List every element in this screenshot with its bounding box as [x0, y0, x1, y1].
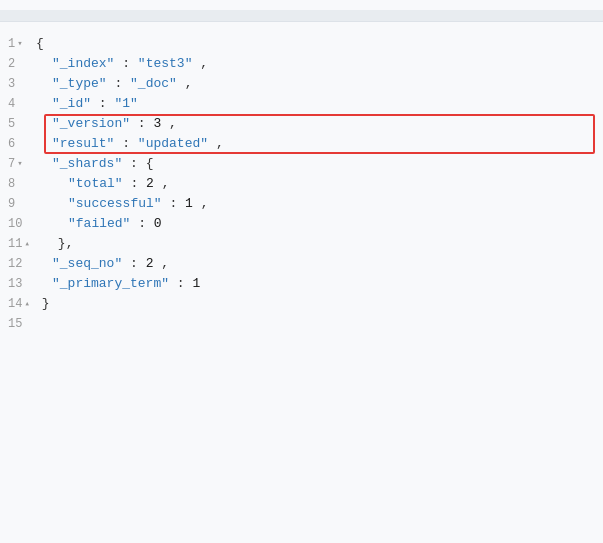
- line-content-12: "_seq_no" : 2 ,: [36, 254, 595, 274]
- top-bar: [0, 10, 603, 22]
- line-9: 9 "successful" : 1 ,: [0, 194, 603, 214]
- line-number-13: 13: [8, 274, 36, 294]
- line-number-5: 5: [8, 114, 36, 134]
- line-12: 12 "_seq_no" : 2 ,: [0, 254, 603, 274]
- line-4: 4 "_id" : "1": [0, 94, 603, 114]
- highlighted-lines-wrapper: 5 "_version" : 3 , 6 "result": [0, 114, 603, 154]
- line-content-13: "_primary_term" : 1: [36, 274, 595, 294]
- line-number-2: 2: [8, 54, 36, 74]
- line-number-14: 14 ▴: [8, 294, 42, 314]
- editor-container: 1 ▾ { 2 "_index" : "test3" , 3: [0, 0, 603, 543]
- line-content-4: "_id" : "1": [36, 94, 595, 114]
- line-11: 11 ▴ },: [0, 234, 603, 254]
- line-content-3: "_type" : "_doc" ,: [36, 74, 595, 94]
- fold-arrow-11[interactable]: ▴: [24, 234, 29, 254]
- line-10: 10 "failed" : 0: [0, 214, 603, 234]
- fold-arrow-7[interactable]: ▾: [17, 154, 22, 174]
- line-number-11: 11 ▴: [8, 234, 42, 254]
- line-content-7: "_shards" : {: [36, 154, 595, 174]
- line-number-12: 12: [8, 254, 36, 274]
- line-number-9: 9: [8, 194, 36, 214]
- line-5: 5 "_version" : 3 ,: [0, 114, 603, 134]
- line-content-14: }: [42, 294, 595, 314]
- line-1: 1 ▾ {: [0, 34, 603, 54]
- line-2: 2 "_index" : "test3" ,: [0, 54, 603, 74]
- line-3: 3 "_type" : "_doc" ,: [0, 74, 603, 94]
- line-14: 14 ▴ }: [0, 294, 603, 314]
- line-15: 15: [0, 314, 603, 334]
- line-number-8: 8: [8, 174, 36, 194]
- line-13: 13 "_primary_term" : 1: [0, 274, 603, 294]
- line-content-10: "failed" : 0: [36, 214, 595, 234]
- line-7: 7 ▾ "_shards" : {: [0, 154, 603, 174]
- line-content-5: "_version" : 3 ,: [36, 114, 595, 134]
- line-content-2: "_index" : "test3" ,: [36, 54, 595, 74]
- line-content-9: "successful" : 1 ,: [36, 194, 595, 214]
- code-block: 1 ▾ { 2 "_index" : "test3" , 3: [0, 30, 603, 338]
- line-number-15: 15: [8, 314, 36, 334]
- line-number-1: 1 ▾: [8, 34, 36, 54]
- line-content-8: "total" : 2 ,: [36, 174, 595, 194]
- line-6: 6 "result" : "updated" ,: [0, 134, 603, 154]
- line-number-4: 4: [8, 94, 36, 114]
- line-number-3: 3: [8, 74, 36, 94]
- line-content-1: {: [36, 34, 595, 54]
- fold-arrow-1[interactable]: ▾: [17, 34, 22, 54]
- fold-arrow-14[interactable]: ▴: [24, 294, 29, 314]
- line-number-6: 6: [8, 134, 36, 154]
- line-content-6: "result" : "updated" ,: [36, 134, 595, 154]
- line-number-7: 7 ▾: [8, 154, 36, 174]
- line-content-11: },: [42, 234, 595, 254]
- line-number-10: 10: [8, 214, 36, 234]
- line-8: 8 "total" : 2 ,: [0, 174, 603, 194]
